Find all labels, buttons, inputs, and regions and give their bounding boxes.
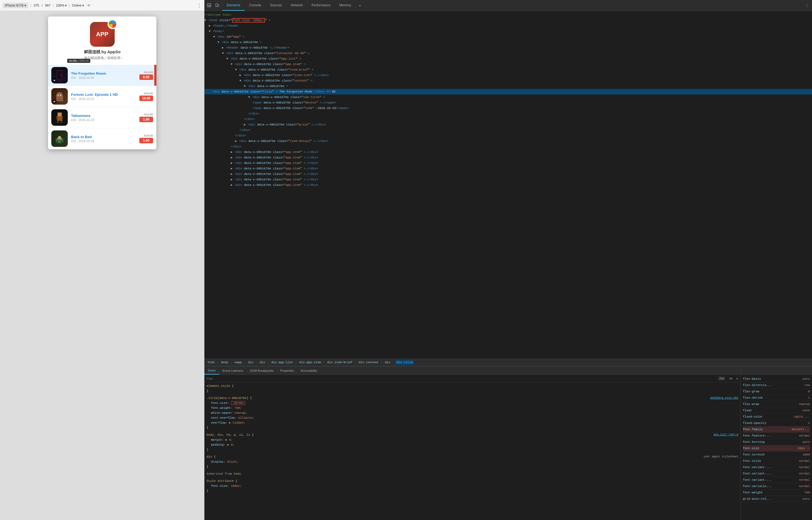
source-link-appcss[interactable]: app.css? [sm]:5 xyxy=(713,433,738,436)
more-tabs-icon[interactable]: » xyxy=(356,3,364,7)
triangle-icon[interactable]: ▼ xyxy=(244,84,246,88)
breadcrumb-html[interactable]: html xyxy=(206,360,216,365)
triangle-icon[interactable]: ▶ xyxy=(231,183,233,187)
triangle-icon[interactable]: ▶ xyxy=(240,74,242,77)
dom-appitem-3[interactable]: ▶ <div data-v-09b1676e class="app-item" … xyxy=(204,155,812,160)
inspect-element-icon[interactable] xyxy=(206,3,212,8)
tab-event-listeners[interactable]: Event Listeners xyxy=(219,366,247,374)
play-button[interactable]: ▶ xyxy=(52,78,57,82)
tab-sources[interactable]: Sources xyxy=(265,0,286,11)
triangle-icon[interactable]: ▼ xyxy=(240,79,242,82)
dom-div-appitem[interactable]: ▼ <div data-v-09b1676e class="app-item" … xyxy=(204,61,812,67)
tab-elements[interactable]: Elements xyxy=(222,0,245,11)
pseudo-filter-button[interactable]: :hov xyxy=(718,376,725,381)
dom-div-inner[interactable]: ▼ <div data-v-09b1676e > xyxy=(204,83,812,89)
triangle-icon[interactable]: ▶ xyxy=(222,46,224,49)
dom-appitem-8[interactable]: ▶ <div data-v-09b1676e class="app-item" … xyxy=(204,182,812,188)
dom-div-applist[interactable]: ▼ <div data-v-09b1676e class="app-list" … xyxy=(204,56,812,61)
device-toggle-icon[interactable] xyxy=(214,3,220,8)
breadcrumb-app[interactable]: #app xyxy=(233,360,243,365)
dom-close-div1[interactable]: </div> xyxy=(204,111,812,116)
dom-div-container[interactable]: ▼ <div data-v-09b1676e class="container … xyxy=(204,51,812,56)
dom-div-itembrief[interactable]: ▼ <div data-v-09b1676e class="item-brief… xyxy=(204,67,812,73)
dom-close-appitem[interactable]: </div> xyxy=(204,144,812,149)
triangle-icon[interactable]: ▶ xyxy=(231,173,233,176)
price-badge-tallowmere[interactable]: 1.00 xyxy=(139,117,153,122)
dom-span-device[interactable]: <span data-v-09b1676e class="device" >…<… xyxy=(204,100,812,105)
dom-appitem-7[interactable]: ▶ <div data-v-09b1676e class="app-item" … xyxy=(204,177,812,182)
breadcrumb-content[interactable]: div.content xyxy=(358,360,380,365)
triangle-icon[interactable]: ▼ xyxy=(218,41,220,44)
triangle-icon[interactable]: ▼ xyxy=(235,68,237,71)
dom-header[interactable]: ▶ <header data-v-09b1676e >…</header> xyxy=(204,45,812,51)
triangle-icon[interactable]: ▶ xyxy=(231,161,233,165)
play-button-forever[interactable]: ▶ xyxy=(52,99,57,104)
triangle-icon[interactable]: ▶ xyxy=(209,24,211,27)
tab-dom-breakpoints[interactable]: DOM Breakpoints xyxy=(247,366,277,374)
dom-div-itemicon[interactable]: ▶ <div data-v-09b1676e class="item-icon"… xyxy=(204,73,812,78)
breadcrumb-title[interactable]: div.title xyxy=(395,360,414,365)
dom-appitem-2[interactable]: ▶ <div data-v-09b1676e class="app-item" … xyxy=(204,149,812,155)
dom-div-v09b1[interactable]: ▼ <div data-v-09b1676e > xyxy=(204,40,812,45)
triangle-icon[interactable]: ▼ xyxy=(231,62,233,66)
app-item-tallowmere[interactable]: Tallowmere iOS · 2018-10-29 ¥12.00 1.00 xyxy=(48,107,157,128)
dom-div-price[interactable]: ▶ <div data-v-09b1676e class="price" >…<… xyxy=(204,122,812,127)
tab-performance[interactable]: Performance xyxy=(307,0,335,11)
app-item-backtobed[interactable]: Back to Bed iOS · 2018-10-29 ¥18.00 1.00 xyxy=(48,128,157,149)
dom-div-title-selected[interactable]: … <div data-v-09b1676e class="title" > T… xyxy=(204,89,812,95)
zoom-selector[interactable]: 100% ▾ xyxy=(56,4,67,7)
network-selector[interactable]: Online ▾ xyxy=(72,4,84,7)
dom-appitem-6[interactable]: ▶ <div data-v-09b1676e class="app-item" … xyxy=(204,171,812,177)
breadcrumb-appitem[interactable]: div.app-item xyxy=(298,360,322,365)
tab-network[interactable]: Network xyxy=(286,0,307,11)
dom-body[interactable]: ▼ <body> xyxy=(204,29,812,34)
triangle-icon[interactable]: ▶ xyxy=(231,167,233,170)
tab-properties[interactable]: Properties xyxy=(277,366,297,374)
dom-head[interactable]: ▶ <head>…</head> xyxy=(204,23,812,29)
price-badge-forgotten[interactable]: 6.00 xyxy=(139,74,153,80)
more-options-icon[interactable]: ⋮ xyxy=(197,2,202,8)
dom-div-itemdetail[interactable]: ▶ <div data-v-09b1676e class="item-detai… xyxy=(204,138,812,144)
triangle-icon[interactable]: ▼ xyxy=(204,19,206,22)
breadcrumb-div2[interactable]: div xyxy=(258,360,266,365)
breadcrumb-div-inner[interactable]: div xyxy=(384,360,391,365)
tab-styles[interactable]: Styles xyxy=(204,366,219,374)
dom-appitem-5[interactable]: ▶ <div data-v-09b1676e class="app-item" … xyxy=(204,166,812,171)
triangle-icon[interactable]: ▶ xyxy=(231,156,233,159)
filter-input[interactable] xyxy=(206,377,716,380)
tab-accessibility[interactable]: Accessibility xyxy=(297,366,320,374)
app-item-forever[interactable]: ▶ Forever Lost: Episode 1 HD iOS · 2018-… xyxy=(48,86,157,107)
triangle-icon[interactable]: ▶ xyxy=(244,123,246,126)
dom-div-content[interactable]: ▼ <div data-v-09b1676e class="content" > xyxy=(204,78,812,83)
triangle-icon[interactable]: ▶ xyxy=(235,139,237,143)
price-badge-forever[interactable]: 18.00 xyxy=(139,96,153,101)
dom-tree[interactable]: <!doctype html> ▼ <html style="font-size… xyxy=(204,11,812,359)
dom-span-time[interactable]: <span data-v-09b1676e class="time" >2018… xyxy=(204,105,812,111)
dom-close-content[interactable]: </div> xyxy=(204,127,812,133)
dom-html[interactable]: ▼ <html style="font-size: 100px;" > xyxy=(204,18,812,23)
triangle-icon[interactable]: ▶ xyxy=(231,178,233,181)
triangle-icon[interactable]: ▼ xyxy=(209,30,211,33)
dom-appitem-4[interactable]: ▶ <div data-v-09b1676e class="app-item" … xyxy=(204,160,812,166)
add-style-button[interactable]: + xyxy=(736,376,738,381)
cls-filter-button[interactable]: .cls xyxy=(728,376,734,381)
source-link-appshare[interactable]: appShare.scss:102 xyxy=(710,396,738,399)
breadcrumb-itembrief[interactable]: div.item-brief xyxy=(326,360,354,365)
tab-console[interactable]: Console xyxy=(245,0,265,11)
dom-div-app[interactable]: ▼ <div id="app" > xyxy=(204,34,812,40)
breadcrumb-div1[interactable]: div xyxy=(247,360,255,365)
breadcrumb-body[interactable]: body xyxy=(220,360,229,365)
device-selector[interactable]: iPhone 6/7/8 ▾ xyxy=(3,3,28,8)
dom-close-itembrief[interactable]: </div> xyxy=(204,133,812,138)
price-badge-backtobed[interactable]: 1.00 xyxy=(139,138,153,143)
triangle-icon[interactable]: ▼ xyxy=(222,52,224,55)
app-item-forgotten[interactable]: ▶ The Forgotten Room iOS · 2018-10-29 ¥1… xyxy=(48,65,157,86)
tab-memory[interactable]: Memory xyxy=(335,0,356,11)
triangle-icon[interactable]: ▼ xyxy=(226,57,228,60)
triangle-icon[interactable]: ▼ xyxy=(213,35,215,38)
rotate-icon[interactable]: ⟳ xyxy=(86,3,92,8)
triangle-icon[interactable]: ▶ xyxy=(231,151,233,154)
triangle-icon[interactable]: ▼ xyxy=(248,96,250,99)
dom-doctype[interactable]: <!doctype html> xyxy=(204,12,812,18)
devtools-settings-icon[interactable]: ⋮ xyxy=(802,3,812,7)
